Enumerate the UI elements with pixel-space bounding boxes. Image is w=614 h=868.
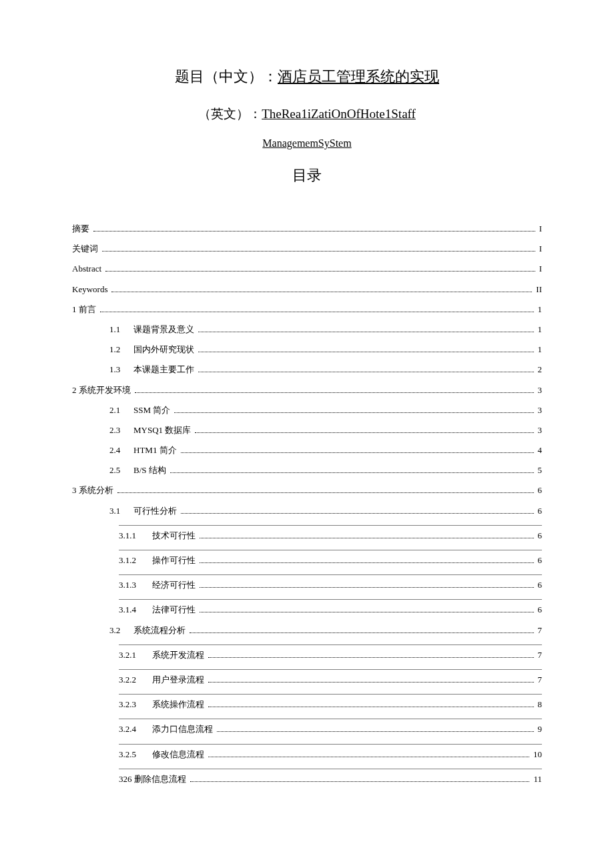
toc-entry-page: 7 — [537, 674, 543, 686]
toc-entry-text: 摘要 — [72, 223, 89, 235]
toc-leader-dots — [181, 452, 534, 453]
title-en-label: （英文）： — [198, 107, 262, 121]
toc-entry-text: 本课题主要工作 — [133, 364, 194, 376]
toc-entry-page: 4 — [537, 444, 543, 456]
toc-leader-dots — [102, 251, 535, 252]
toc-separator — [119, 744, 542, 745]
toc-separator — [119, 694, 542, 695]
toc-leader-dots — [198, 352, 534, 352]
toc-entry: 摘要I — [72, 223, 542, 235]
toc-leader-dots — [200, 587, 534, 588]
toc-entry: 2 系统开发环境3 — [72, 384, 542, 396]
toc-entry-number: 3.1 — [109, 505, 133, 517]
toc-entry-text: HTM1 简介 — [133, 444, 177, 456]
toc-entry: 1.3本课题主要工作2 — [72, 364, 542, 376]
toc-heading: 目录 — [72, 165, 542, 185]
toc-entry-page: 10 — [532, 749, 542, 761]
toc-entry-page: 6 — [537, 554, 543, 566]
toc-entry: 3.1.2操作可行性6 — [72, 554, 542, 566]
toc-entry: 1.2国内外研究现状1 — [72, 344, 542, 356]
toc-entry-page: 11 — [532, 773, 542, 785]
toc-entry-page: 1 — [537, 324, 543, 336]
toc-entry-page: 3 — [537, 424, 543, 436]
toc-entry-text: MYSQ1 数据库 — [133, 424, 191, 436]
toc-entry-number: 3.1.4 — [119, 604, 152, 616]
toc-entry-number: 3.1.2 — [119, 554, 152, 566]
toc-entry-text: 系统操作流程 — [152, 699, 204, 711]
toc-entry: 2.4HTM1 简介4 — [72, 444, 542, 456]
toc-leader-dots — [174, 412, 533, 413]
toc-entry-page: 3 — [537, 404, 543, 416]
toc-entry: 3.1.4法律可行性6 — [72, 604, 542, 616]
toc-separator — [119, 644, 542, 645]
toc-entry: 1 前言1 — [72, 304, 542, 316]
title-cn-text: 酒店员工管理系统的实现 — [278, 68, 439, 85]
toc-entry: 3 系统分析6 — [72, 484, 542, 496]
toc-entry-page: 3 — [537, 384, 543, 396]
toc-entry-page: 2 — [537, 364, 543, 376]
toc-entry-text: 系统开发流程 — [152, 649, 204, 661]
title-chinese: 题目（中文）：酒店员工管理系统的实现 — [72, 67, 542, 87]
toc-separator — [119, 669, 542, 670]
toc-leader-dots — [190, 781, 530, 782]
toc-entry-text: 修改信息流程 — [152, 749, 204, 761]
title-block: 题目（中文）：酒店员工管理系统的实现 （英文）：TheRea1iZatiOnOf… — [72, 67, 542, 185]
toc-leader-dots — [135, 392, 534, 393]
toc-entry-text: 1 前言 — [72, 304, 96, 316]
toc-entry-text: 3 系统分析 — [72, 484, 113, 496]
toc-entry: 3.2.4添力口信息流程9 — [72, 723, 542, 735]
toc-separator — [119, 525, 542, 526]
toc-entry-text: 系统流程分析 — [133, 624, 186, 636]
toc-entry-text: 可行性分析 — [133, 505, 177, 517]
toc-entry-page: I — [538, 263, 542, 275]
title-english-line2: ManagememSyStem — [72, 137, 542, 149]
toc-entry-text: B/S 结构 — [133, 464, 166, 476]
toc-entry: 3.2.2用户登录流程7 — [72, 674, 542, 686]
toc-entry-text: Abstract — [72, 263, 101, 275]
title-cn-label: 题目（中文）： — [175, 68, 278, 85]
toc-leader-dots — [198, 332, 534, 332]
toc-entry: 3.2.1系统开发流程7 — [72, 649, 542, 661]
toc-entry: 2.5B/S 结构5 — [72, 464, 542, 476]
toc-entry-page: 1 — [537, 304, 543, 316]
toc-leader-dots — [117, 492, 534, 493]
toc-entry-text: 用户登录流程 — [152, 674, 204, 686]
toc-entry-number: 1.1 — [109, 324, 133, 336]
table-of-contents: 摘要I关键词IAbstractIKeywordsII1 前言11.1课题背景及意… — [72, 223, 542, 785]
toc-leader-dots — [200, 612, 534, 612]
toc-leader-dots — [170, 472, 534, 473]
toc-entry-text: SSM 简介 — [133, 404, 170, 416]
toc-entry-number: 3.2.1 — [119, 649, 152, 661]
toc-entry-page: 6 — [537, 604, 543, 616]
toc-entry-text: 法律可行性 — [152, 604, 196, 616]
toc-entry-page: 6 — [537, 505, 543, 517]
toc-entry-text: 326 删除信息流程 — [119, 773, 186, 785]
toc-entry-text: Keywords — [72, 284, 107, 296]
toc-leader-dots — [208, 657, 534, 658]
toc-entry-number: 2.3 — [109, 424, 133, 436]
toc-separator — [119, 769, 542, 769]
toc-entry: 3.2.5修改信息流程10 — [72, 749, 542, 761]
toc-entry-page: 8 — [537, 699, 543, 711]
toc-entry-number: 3.2 — [109, 624, 133, 636]
toc-entry-number: 3.2.2 — [119, 674, 152, 686]
toc-entry-text: 国内外研究现状 — [133, 344, 194, 356]
toc-separator — [119, 574, 542, 575]
toc-leader-dots — [181, 513, 534, 514]
toc-leader-dots — [198, 372, 534, 372]
toc-entry-number: 2.5 — [109, 464, 133, 476]
toc-leader-dots — [208, 757, 529, 757]
toc-entry: 3.1可行性分析6 — [72, 505, 542, 517]
toc-entry-page: 1 — [537, 344, 543, 356]
toc-entry-number: 3.1.3 — [119, 579, 152, 591]
toc-entry-number: 1.3 — [109, 364, 133, 376]
toc-entry-number: 3.2.4 — [119, 723, 152, 735]
toc-separator — [119, 599, 542, 600]
toc-leader-dots — [111, 292, 532, 292]
toc-leader-dots — [190, 632, 534, 633]
toc-entry-page: 7 — [537, 624, 543, 636]
toc-entry: 2.3MYSQ1 数据库3 — [72, 424, 542, 436]
toc-entry: 3.1.1技术可行性6 — [72, 530, 542, 542]
toc-entry-text: 操作可行性 — [152, 554, 196, 566]
toc-entry-page: 6 — [537, 530, 543, 542]
